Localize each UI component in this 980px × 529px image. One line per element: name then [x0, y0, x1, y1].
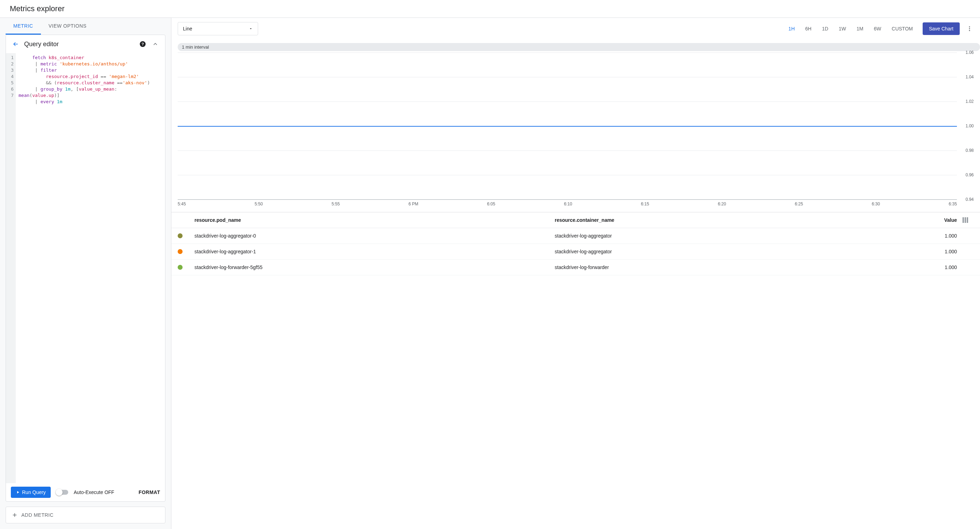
time-range-picker: 1H6H1D1W1M6WCUSTOM — [784, 23, 917, 34]
y-axis-label: 1.02 — [966, 99, 974, 104]
x-axis-label: 6:15 — [641, 202, 649, 206]
run-query-label: Run Query — [22, 489, 46, 495]
column-chooser-icon[interactable] — [963, 217, 968, 223]
tab-view-options[interactable]: VIEW OPTIONS — [41, 18, 94, 35]
tab-metric[interactable]: METRIC — [6, 18, 41, 35]
cell-pod-name: stackdriver-log-aggregator-0 — [194, 233, 555, 239]
format-button[interactable]: FORMAT — [138, 489, 160, 495]
time-range-1w[interactable]: 1W — [835, 23, 850, 34]
interval-chip: 1 min interval — [178, 43, 980, 51]
query-editor-panel: Query editor ? 1234567 fetch k8s_contain… — [6, 35, 165, 502]
x-axis-label: 5:45 — [178, 202, 186, 206]
y-axis-label: 1.06 — [966, 50, 974, 55]
time-range-1h[interactable]: 1H — [784, 23, 799, 34]
cell-value: 1.000 — [915, 264, 957, 270]
time-range-1d[interactable]: 1D — [818, 23, 832, 34]
table-header: resource.pod_name resource.container_nam… — [171, 212, 980, 228]
add-metric-label: ADD METRIC — [21, 512, 54, 518]
svg-point-3 — [969, 28, 970, 29]
cell-container-name: stackdriver-log-forwarder — [555, 264, 915, 270]
x-axis-label: 5:55 — [332, 202, 340, 206]
x-axis-label: 6 PM — [409, 202, 418, 206]
cell-pod-name: stackdriver-log-aggregator-1 — [194, 249, 555, 254]
y-axis-label: 0.94 — [966, 197, 974, 202]
svg-text:?: ? — [141, 41, 144, 46]
table-row[interactable]: stackdriver-log-aggregator-0stackdriver-… — [171, 228, 980, 244]
x-axis-label: 6:05 — [487, 202, 495, 206]
x-axis-label: 6:20 — [718, 202, 726, 206]
more-menu-icon[interactable] — [965, 24, 974, 33]
auto-execute-toggle[interactable] — [56, 490, 68, 495]
chart-type-select[interactable]: Line — [178, 22, 258, 35]
col-container-name: resource.container_name — [555, 217, 915, 223]
y-axis-label: 0.98 — [966, 148, 974, 153]
chart-type-value: Line — [183, 26, 192, 32]
line-gutter: 1234567 — [6, 53, 16, 483]
table-row[interactable]: stackdriver-log-forwarder-5gf55stackdriv… — [171, 260, 980, 275]
dropdown-icon — [249, 27, 253, 31]
col-pod-name: resource.pod_name — [194, 217, 555, 223]
cell-value: 1.000 — [915, 249, 957, 254]
chart-series-line — [178, 126, 957, 127]
chart-area[interactable]: 1.061.041.021.000.980.960.94 — [178, 53, 974, 199]
time-range-6h[interactable]: 6H — [801, 23, 816, 34]
collapse-icon[interactable] — [151, 40, 159, 48]
auto-execute-label: Auto-Execute OFF — [74, 489, 115, 495]
x-axis-label: 6:35 — [949, 202, 957, 206]
add-metric-button[interactable]: ADD METRIC — [6, 507, 165, 523]
chart-toolbar: Line 1H6H1D1W1M6WCUSTOM Save Chart — [171, 18, 980, 40]
code-editor[interactable]: fetch k8s_container | metric 'kubernetes… — [16, 53, 165, 483]
series-color-dot — [178, 233, 183, 238]
x-axis-label: 6:25 — [795, 202, 803, 206]
page-title: Metrics explorer — [0, 0, 980, 18]
time-range-custom[interactable]: CUSTOM — [888, 23, 917, 34]
cell-pod-name: stackdriver-log-forwarder-5gf55 — [194, 264, 555, 270]
series-color-dot — [178, 249, 183, 254]
run-query-button[interactable]: Run Query — [11, 487, 51, 498]
x-axis-label: 6:30 — [872, 202, 880, 206]
x-axis-labels: 5:455:505:556 PM6:056:106:156:206:256:30… — [178, 202, 957, 206]
table-row[interactable]: stackdriver-log-aggregator-1stackdriver-… — [171, 244, 980, 260]
query-tabs: METRIC VIEW OPTIONS — [6, 18, 165, 35]
cell-container-name: stackdriver-log-aggregator — [555, 249, 915, 254]
left-pane: METRIC VIEW OPTIONS Query editor ? — [0, 18, 171, 529]
y-axis-label: 0.96 — [966, 172, 974, 177]
cell-container-name: stackdriver-log-aggregator — [555, 233, 915, 239]
time-range-1m[interactable]: 1M — [852, 23, 867, 34]
legend-table: resource.pod_name resource.container_nam… — [171, 212, 980, 275]
right-pane: Line 1H6H1D1W1M6WCUSTOM Save Chart 1 min… — [171, 18, 980, 529]
time-range-6w[interactable]: 6W — [870, 23, 886, 34]
x-axis-label: 6:10 — [564, 202, 572, 206]
series-color-dot — [178, 265, 183, 270]
save-chart-button[interactable]: Save Chart — [923, 22, 960, 35]
y-axis-label: 1.04 — [966, 75, 974, 80]
y-axis-label: 1.00 — [966, 124, 974, 128]
query-editor-title: Query editor — [24, 41, 59, 48]
play-icon — [16, 490, 20, 494]
help-icon[interactable]: ? — [138, 40, 147, 48]
col-value: Value — [915, 217, 957, 223]
back-arrow-icon[interactable] — [11, 40, 20, 48]
plus-icon — [11, 512, 18, 518]
cell-value: 1.000 — [915, 233, 957, 239]
x-axis-label: 5:50 — [255, 202, 262, 206]
svg-point-4 — [969, 30, 970, 31]
svg-point-2 — [969, 26, 970, 27]
